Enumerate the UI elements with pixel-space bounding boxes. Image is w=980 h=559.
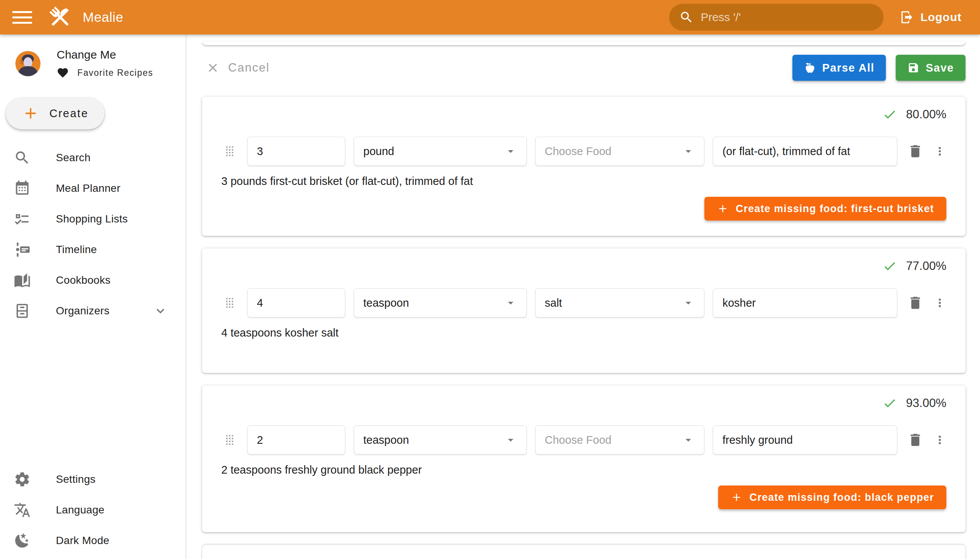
sidebar-nav: Search Meal Planner Shopping Lists: [0, 142, 186, 326]
confidence-check-icon: [882, 259, 897, 273]
confidence-check-icon: [882, 107, 897, 122]
sidebar: Change Me Favorite Recipes Create S: [0, 35, 187, 559]
sidebar-item-timeline[interactable]: Timeline: [0, 234, 186, 265]
original-ingredient-text: 2 teaspoons freshly ground black pepper: [221, 464, 946, 476]
original-ingredient-text: 3 pounds first-cut brisket (or flat-cut)…: [221, 175, 946, 188]
original-ingredient-text: 4 teaspoons kosher salt: [221, 327, 946, 339]
chevron-down-icon: [504, 296, 517, 309]
ingredient-card-brisket: 80.00% pound Choose Food: [202, 97, 965, 236]
translate-icon: [14, 501, 31, 518]
user-name: Change Me: [57, 48, 153, 61]
sidebar-item-cookbooks[interactable]: Cookbooks: [0, 265, 186, 296]
moon-icon: [14, 532, 31, 549]
unit-value: pound: [363, 145, 504, 158]
sidebar-item-label: Dark Mode: [56, 534, 109, 547]
save-button[interactable]: Save: [896, 55, 965, 81]
trash-icon[interactable]: [907, 432, 923, 448]
confidence-percent: 77.00%: [906, 259, 946, 273]
gear-icon: [14, 471, 31, 488]
create-missing-food-button[interactable]: Create missing food: black pepper: [718, 486, 946, 509]
food-select[interactable]: salt: [535, 288, 704, 318]
chevron-down-icon: [682, 433, 695, 447]
drag-handle-icon[interactable]: [221, 142, 238, 160]
cancel-button[interactable]: Cancel: [202, 61, 274, 74]
drag-handle-icon[interactable]: [221, 294, 238, 312]
unit-select[interactable]: teaspoon: [354, 425, 527, 455]
create-button[interactable]: Create: [6, 97, 104, 129]
logout-button[interactable]: Logout: [900, 10, 962, 25]
user-profile[interactable]: Change Me Favorite Recipes: [15, 48, 186, 79]
favorite-recipes-link[interactable]: Favorite Recipes: [57, 67, 153, 79]
note-input[interactable]: [713, 288, 897, 318]
save-label: Save: [925, 62, 954, 74]
menu-icon[interactable]: [12, 7, 32, 27]
sidebar-item-meal-planner[interactable]: Meal Planner: [0, 173, 186, 204]
main-content: Cancel Parse All Save: [187, 35, 980, 559]
sidebar-item-search[interactable]: Search: [0, 142, 186, 173]
timeline-icon: [14, 241, 31, 258]
close-icon: [206, 61, 220, 74]
confidence-check-icon: [882, 396, 897, 410]
quantity-input[interactable]: [247, 137, 345, 166]
search-input[interactable]: Press '/': [669, 4, 884, 31]
search-icon: [679, 10, 694, 25]
open-book-icon: [14, 272, 31, 289]
logout-icon: [900, 10, 914, 25]
food-select[interactable]: Choose Food: [535, 425, 704, 455]
unit-value: teaspoon: [363, 297, 504, 309]
ingredient-card-salt: 77.00% teaspoon salt: [202, 248, 965, 373]
previous-card-edge: [202, 41, 965, 45]
heart-icon: [57, 67, 69, 79]
sidebar-item-label: Search: [56, 152, 91, 164]
note-input[interactable]: [713, 425, 897, 455]
food-placeholder: Choose Food: [545, 434, 682, 447]
avatar: [15, 51, 41, 76]
app-bar: Mealie Press '/' Logout: [0, 0, 980, 35]
plus-icon: [717, 203, 729, 215]
next-card-edge: [202, 545, 965, 559]
sidebar-item-label: Cookbooks: [56, 274, 111, 286]
parse-all-button[interactable]: Parse All: [792, 55, 886, 81]
sidebar-footer: Settings Language Dark Mode: [0, 464, 186, 556]
sidebar-item-language[interactable]: Language: [0, 495, 186, 525]
quantity-input[interactable]: [247, 425, 345, 455]
chevron-down-icon[interactable]: [153, 303, 168, 319]
magnify-icon: [14, 149, 31, 166]
sidebar-item-label: Shopping Lists: [56, 213, 128, 225]
sidebar-item-organizers[interactable]: Organizers: [0, 296, 186, 326]
create-missing-food-label: Create missing food: black pepper: [750, 491, 934, 503]
drag-handle-icon[interactable]: [221, 431, 238, 449]
checklist-icon: [14, 210, 31, 227]
app-title: Mealie: [83, 10, 123, 25]
create-missing-food-button[interactable]: Create missing food: first-cut brisket: [704, 197, 946, 220]
chevron-down-icon: [504, 433, 517, 447]
chevron-down-icon: [504, 145, 517, 158]
trash-icon[interactable]: [907, 295, 923, 311]
food-value: salt: [545, 297, 682, 309]
unit-value: teaspoon: [363, 434, 504, 447]
plus-icon: [730, 491, 743, 503]
sidebar-item-dark-mode[interactable]: Dark Mode: [0, 525, 186, 556]
search-placeholder: Press '/': [701, 11, 741, 24]
sidebar-item-label: Language: [56, 504, 104, 516]
kebab-menu-icon[interactable]: [933, 295, 946, 311]
sidebar-item-settings[interactable]: Settings: [0, 464, 186, 495]
create-button-label: Create: [50, 107, 88, 120]
ingredient-card-pepper: 93.00% teaspoon Choose Food: [202, 385, 965, 532]
mealie-silverware-logo-icon: [48, 5, 73, 30]
kebab-menu-icon[interactable]: [933, 432, 946, 448]
sidebar-item-shopping-lists[interactable]: Shopping Lists: [0, 204, 186, 234]
food-select[interactable]: Choose Food: [535, 137, 704, 166]
quantity-input[interactable]: [247, 288, 345, 318]
plus-icon: [22, 104, 40, 122]
cancel-label: Cancel: [228, 61, 270, 74]
note-input[interactable]: [713, 137, 897, 166]
unit-select[interactable]: teaspoon: [354, 288, 527, 318]
favorite-recipes-label: Favorite Recipes: [77, 68, 153, 78]
apple-icon: [804, 62, 816, 74]
trash-icon[interactable]: [907, 143, 923, 159]
sidebar-item-label: Settings: [56, 473, 96, 486]
sidebar-item-label: Meal Planner: [56, 182, 121, 195]
kebab-menu-icon[interactable]: [933, 143, 946, 159]
unit-select[interactable]: pound: [354, 137, 527, 166]
